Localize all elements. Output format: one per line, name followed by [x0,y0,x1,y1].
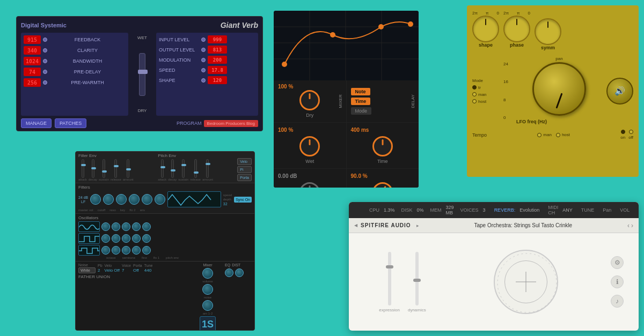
synth-osc2-pitchenv[interactable] [142,234,151,243]
synth-mastervol-knob[interactable] [90,194,101,205]
sf-settings-btn[interactable]: ⚙ [611,256,624,269]
gv-prewarmth-dot[interactable] [43,80,47,85]
lfo-tempo-host-radio[interactable] [556,133,560,137]
synth-osc3-semi[interactable] [112,246,120,255]
synth-slider-sustain[interactable]: sustain [99,159,109,181]
gv-shape-dot[interactable] [201,78,206,83]
ad-time-knob[interactable] [372,136,393,156]
synth-dist-knob[interactable] [235,268,244,277]
ad-volume-knob[interactable] [299,182,320,188]
lfo-off-item[interactable]: off [628,130,633,140]
synth-porta-btn[interactable]: Porta [237,174,252,181]
lfo-symm-knob[interactable] [535,18,561,45]
gv-outputlevel-dot[interactable] [201,48,206,52]
synth-key-knob[interactable] [129,194,140,205]
synth-mixer-osc2[interactable] [202,284,213,295]
sf-midi-btn[interactable]: ♪ [611,295,624,308]
gv-modulation-dot[interactable] [201,58,206,62]
synth-osc2-semi[interactable] [112,234,120,243]
synth-osc1-lfo1[interactable] [132,222,141,231]
lfo-mode-man[interactable]: man [472,92,499,97]
synth-pitch-slider-release[interactable]: release [190,159,201,181]
synth-reso-knob[interactable] [116,194,127,205]
synth-pitch-slider-attack[interactable]: attack [158,159,166,181]
sf-dynamics-fader[interactable]: dynamics [408,252,426,312]
sf-expression-fader[interactable]: expression [379,252,400,312]
manage-button[interactable]: MANAGE [21,118,52,128]
ad-decay-knob[interactable] [372,182,393,188]
lfo-off-radio[interactable] [629,130,633,134]
synth-lfo2-knob[interactable] [142,194,152,205]
lfo-phase-knob[interactable] [503,16,530,42]
sf-prev-btn[interactable]: ‹ [627,222,630,229]
synth-osc2-octave[interactable] [101,234,110,243]
synth-velo-btn[interactable]: Velo [237,158,252,165]
lfo-tempo-label: Tempo [472,132,487,138]
synth-slider-attack[interactable]: attack [78,159,87,181]
lfo-tempo-host[interactable]: host [556,132,570,137]
synth-osc1-fine[interactable] [122,222,130,231]
synth-osc1-octave[interactable] [101,222,110,231]
synth-osc3-lfo1[interactable] [132,246,141,255]
synth-env-knob[interactable] [155,194,165,205]
gv-clarity-dot[interactable] [43,48,47,53]
lfo-radio-man[interactable] [472,92,477,96]
ad-time-btn[interactable]: Time [351,98,371,105]
synth-24db-lf: 24 dB LF [78,196,88,204]
gv-fader-thumb[interactable] [138,70,148,74]
gv-predelay-dot[interactable] [43,70,47,74]
lfo-shape-knob[interactable] [472,16,499,42]
sf-expression-thumb[interactable] [386,265,393,268]
synth-osc3-fine[interactable] [122,246,130,255]
sf-reverb-label: REVERB: [494,207,516,213]
synth-cutoff-knob[interactable] [103,194,114,205]
ad-note-btn[interactable]: Note [351,88,370,95]
gv-inputlevel-dot[interactable] [201,38,206,42]
gv-wetdry-fader[interactable] [139,53,145,96]
lfo-freq-knob[interactable] [532,62,586,116]
ad-wet-cell: 100 % Wet [274,123,346,168]
patches-button[interactable]: PATCHES [55,118,86,128]
ad-dry-knob[interactable] [299,90,320,110]
synth-pitch-slider-decay[interactable]: decay [168,159,177,181]
sf-nav-buttons: ‹ › [627,222,633,229]
synth-slider-release[interactable]: release [111,159,121,181]
gv-feedback-dot[interactable] [43,38,47,42]
sf-next-btn[interactable]: › [631,222,633,229]
synth-osc3-octave[interactable] [101,246,110,255]
sf-expression-track[interactable] [388,252,391,305]
synth-pitch-slider-amount[interactable]: amount [202,159,213,181]
gv-bandwidth-dot[interactable] [43,59,47,63]
ad-wet-knob[interactable] [299,136,320,156]
synth-sync-btn[interactable]: Sync On [234,197,252,203]
lfo-tempo-man-radio[interactable] [537,133,541,137]
synth-slider-amount[interactable]: amount [123,159,134,181]
synth-eq-knob[interactable] [225,268,233,277]
sf-info-btn[interactable]: ℹ [611,275,624,288]
synth-noise-select[interactable]: White [78,267,96,273]
synth-pi-btn[interactable]: Pi [237,166,252,173]
lfo-radio-host[interactable] [472,99,477,103]
synth-mixer-osc3[interactable] [202,300,213,311]
sf-nav-arrow[interactable]: ◀ [354,223,357,228]
lfo-radio-tr[interactable] [472,85,477,89]
synth-osc2-fine[interactable] [122,234,130,243]
sf-dynamics-thumb[interactable] [413,279,421,282]
ad-mode-inactive[interactable]: Mode [351,107,372,115]
synth-pitch-slider-sustain[interactable]: sustain [178,159,188,181]
sf-main-dial[interactable] [494,250,558,314]
synth-osc1-semi[interactable] [112,222,120,231]
lfo-tempo-man[interactable]: man [537,132,552,137]
synth-mixer-osc1[interactable] [202,268,213,279]
gv-speed-dot[interactable] [201,68,206,72]
synth-osc2-lfo1[interactable] [132,234,141,243]
lfo-mode-tr[interactable]: tr [472,85,499,90]
lfo-on-item[interactable]: on [620,130,625,140]
lfo-on-radio[interactable] [621,130,625,134]
synth-osc1-pitchenv[interactable] [142,222,151,231]
sf-dynamics-track[interactable] [415,252,419,305]
gv-dry-label: DRY [138,108,147,113]
synth-slider-decay[interactable]: decay [89,159,97,181]
lfo-mode-host[interactable]: host [472,99,499,104]
synth-osc3-pitchenv[interactable] [142,246,151,255]
